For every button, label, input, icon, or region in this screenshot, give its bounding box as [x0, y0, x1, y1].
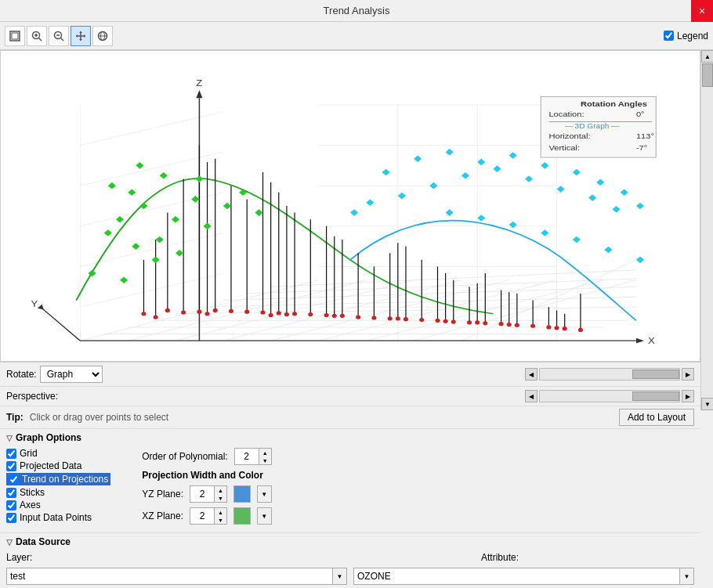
xz-plane-label: XZ Plane:: [142, 510, 183, 521]
xz-input[interactable]: [190, 508, 214, 524]
trend-projections-checkbox[interactable]: [9, 474, 19, 485]
xz-down-btn[interactable]: ▼: [214, 516, 226, 524]
graph-options-label: Graph Options: [16, 432, 81, 443]
xz-color-btn[interactable]: [233, 507, 251, 525]
polynomial-arrows: ▲ ▼: [259, 449, 271, 464]
xz-spinbox[interactable]: ▲ ▼: [190, 507, 227, 525]
svg-point-74: [292, 312, 297, 316]
select-btn[interactable]: [5, 26, 25, 46]
svg-point-114: [205, 312, 210, 316]
yz-spinbox[interactable]: ▲ ▼: [190, 485, 227, 503]
data-source-header: ▽ Data Source: [6, 536, 694, 547]
svg-point-66: [229, 309, 233, 313]
yz-color-btn[interactable]: [233, 485, 251, 503]
vscroll-down-btn[interactable]: ▼: [701, 398, 713, 410]
layer-attribute-labels: Layer: Attribute:: [6, 552, 694, 563]
yz-down-btn[interactable]: ▼: [214, 494, 226, 502]
hscroll1-thumb[interactable]: [632, 370, 679, 379]
layer-dropdown-btn[interactable]: ▼: [332, 568, 346, 584]
svg-point-124: [443, 319, 448, 323]
trend-projections-checkbox-item: Trend on Projections: [6, 473, 110, 485]
polynomial-up-btn[interactable]: ▲: [259, 449, 271, 456]
toolbar: Legend: [0, 22, 713, 50]
input-data-label: Input Data Points: [20, 512, 92, 523]
polynomial-down-btn[interactable]: ▼: [259, 456, 271, 464]
projected-data-checkbox[interactable]: [6, 461, 16, 471]
svg-text:Rotation Angles: Rotation Angles: [581, 100, 647, 108]
rotate-dropdown[interactable]: Graph Location: [40, 366, 103, 383]
svg-text:Vertical:: Vertical:: [548, 144, 580, 152]
axes-checkbox[interactable]: [6, 500, 16, 510]
svg-point-108: [563, 326, 567, 330]
svg-point-82: [356, 315, 360, 319]
input-data-checkbox[interactable]: [6, 513, 16, 523]
attribute-input[interactable]: [354, 568, 679, 584]
svg-point-62: [197, 310, 201, 314]
svg-point-128: [507, 323, 512, 326]
attribute-dropdown-btn[interactable]: ▼: [679, 568, 693, 584]
data-source-section: ▽ Data Source Layer: Attribute: ▼: [0, 533, 700, 588]
legend-checkbox[interactable]: [664, 31, 674, 41]
zoom-in-btn[interactable]: [27, 26, 47, 46]
svg-point-76: [308, 312, 313, 316]
svg-text:0°: 0°: [636, 110, 645, 118]
right-scrollbar: ▲ ▼: [700, 50, 713, 410]
svg-text:X: X: [648, 336, 655, 346]
vscroll-thumb[interactable]: [702, 63, 713, 87]
layer-attribute-inputs: ▼ ▼: [6, 568, 694, 585]
yz-input[interactable]: [190, 486, 214, 502]
grid-checkbox-item: Grid: [6, 448, 110, 459]
svg-point-70: [260, 310, 265, 314]
polynomial-row: Order of Polynomial: ▲ ▼: [142, 448, 271, 465]
trend-projections-label: Trend on Projections: [22, 474, 108, 485]
legend-label: Legend: [677, 31, 708, 41]
svg-point-98: [483, 321, 487, 325]
layer-label: Layer:: [6, 552, 32, 563]
close-button[interactable]: ×: [691, 0, 713, 22]
graph-container[interactable]: X Y Z: [0, 50, 700, 362]
polynomial-section: Order of Polynomial: ▲ ▼ Projection Widt…: [142, 448, 271, 529]
graph-options-toggle[interactable]: ▽: [6, 434, 13, 442]
xz-up-btn[interactable]: ▲: [214, 508, 226, 516]
xz-plane-row: XZ Plane: ▲ ▼ ▼: [142, 507, 271, 525]
svg-rect-1: [12, 33, 18, 39]
polynomial-input[interactable]: [235, 449, 259, 464]
layer-input[interactable]: [7, 568, 332, 584]
svg-text:Location:: Location:: [548, 110, 584, 118]
svg-point-96: [467, 320, 472, 324]
svg-point-56: [141, 312, 146, 316]
hscroll2-left-btn[interactable]: ◀: [525, 390, 537, 402]
svg-text:Y: Y: [31, 299, 38, 309]
pan-btn[interactable]: [71, 26, 91, 46]
vscroll-track[interactable]: [701, 63, 713, 398]
grid-checkbox[interactable]: [6, 449, 16, 459]
polynomial-spinbox[interactable]: ▲ ▼: [234, 448, 272, 465]
sticks-label: Sticks: [20, 487, 45, 498]
svg-point-100: [499, 322, 504, 326]
yz-color-arrow-btn[interactable]: ▼: [257, 485, 272, 503]
graph-checkboxes: Grid Projected Data Trend on Projections: [6, 448, 110, 529]
hscroll1-left-btn[interactable]: ◀: [525, 368, 537, 381]
hscroll1-right-btn[interactable]: ▶: [682, 368, 694, 381]
svg-point-112: [154, 315, 158, 319]
layer-combo[interactable]: ▼: [6, 568, 347, 585]
svg-text:-7°: -7°: [636, 144, 647, 152]
vscroll-up-btn[interactable]: ▲: [701, 50, 713, 63]
attribute-combo[interactable]: ▼: [353, 568, 694, 585]
globe-btn[interactable]: [92, 26, 113, 46]
hscroll2-thumb[interactable]: [632, 391, 679, 401]
zoom-out-btn[interactable]: [49, 26, 69, 46]
svg-point-106: [546, 325, 551, 329]
add-to-layout-button[interactable]: Add to Layout: [619, 409, 694, 426]
axes-label: Axes: [20, 500, 41, 510]
xz-color-arrow-btn[interactable]: ▼: [257, 507, 272, 525]
svg-text:Horizontal:: Horizontal:: [548, 132, 590, 140]
tip-text: Click or drag over points to select: [30, 412, 168, 423]
yz-arrows: ▲ ▼: [214, 486, 226, 502]
projected-data-label: Projected Data: [20, 460, 81, 471]
yz-up-btn[interactable]: ▲: [214, 486, 226, 494]
sticks-checkbox[interactable]: [6, 488, 16, 498]
data-source-label: Data Source: [16, 536, 71, 547]
data-source-toggle[interactable]: ▽: [6, 538, 13, 547]
hscroll2-right-btn[interactable]: ▶: [682, 390, 694, 402]
